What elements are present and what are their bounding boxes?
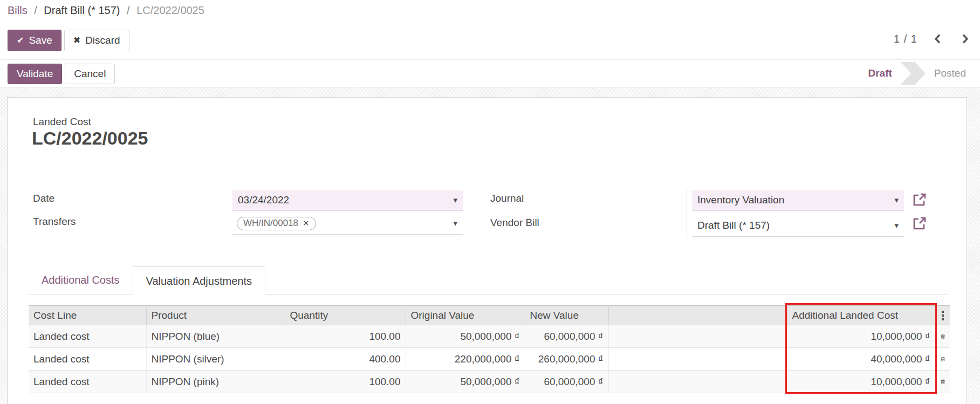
delete-row-icon[interactable] (941, 353, 945, 365)
table-row[interactable]: Landed cost NIPPON (silver) 400.00 220,0… (29, 348, 950, 371)
sheet-label: Landed Cost (33, 116, 91, 128)
date-label: Date (33, 193, 54, 204)
col-header-product[interactable]: Product (146, 306, 285, 325)
transfers-label: Transfers (33, 216, 76, 228)
divider (0, 59, 980, 60)
discard-label: Discard (85, 35, 120, 46)
valuation-adjustments-table: Cost Line Product Quantity Original Valu… (29, 305, 950, 393)
col-header-empty (608, 306, 787, 325)
journal-external-link-icon[interactable] (912, 193, 927, 207)
col-header-original-value[interactable]: Original Value (406, 306, 525, 325)
stage-posted[interactable]: Posted (927, 67, 974, 79)
breadcrumb-current: LC/2022/0025 (136, 4, 204, 16)
cell-quantity[interactable]: 100.00 (285, 325, 406, 348)
cancel-label: Cancel (74, 68, 106, 80)
table-row[interactable]: Landed cost NIPPON (pink) 100.00 50,000,… (29, 371, 950, 393)
delete-row-icon[interactable] (941, 376, 945, 387)
table-header-row: Cost Line Product Quantity Original Valu… (29, 306, 950, 325)
vendor-bill-value: Draft Bill (* 157) (692, 220, 894, 231)
statusbar: Draft Posted (861, 61, 974, 85)
pager-previous-icon[interactable] (930, 31, 945, 46)
validate-button[interactable]: Validate (8, 64, 62, 84)
cell-cost-line[interactable]: Landed cost (29, 371, 146, 393)
vendor-bill-label: Vendor Bill (490, 217, 539, 229)
vendor-bill-field[interactable]: Draft Bill (* 157) ▾ (692, 214, 904, 237)
tag-remove-icon[interactable]: ✕ (303, 218, 310, 228)
journal-field[interactable]: Inventory Valuation ▾ (692, 190, 904, 210)
stage-draft[interactable]: Draft (861, 67, 900, 79)
breadcrumb: Bills / Draft Bill (* 157) / LC/2022/002… (8, 4, 204, 17)
discard-button[interactable]: ✖ Discard (64, 30, 129, 51)
cell-quantity[interactable]: 100.00 (285, 371, 406, 393)
pager-count: 1 / 1 (894, 33, 917, 45)
notebook-tabs: Additional Costs Valuation Adjustments (29, 266, 948, 295)
tab-valuation-adjustments[interactable]: Valuation Adjustments (133, 266, 265, 295)
col-header-cost-line[interactable]: Cost Line (29, 306, 146, 325)
delete-row-icon[interactable] (941, 331, 945, 342)
chevron-down-icon[interactable]: ▾ (894, 195, 904, 205)
chevron-down-icon[interactable]: ▾ (453, 218, 463, 228)
breadcrumb-separator: / (127, 4, 130, 16)
cell-original-value[interactable]: 50,000,000 ₫ (406, 371, 525, 393)
tab-additional-costs[interactable]: Additional Costs (29, 266, 133, 294)
vendor-bill-external-link-icon[interactable] (912, 216, 927, 231)
check-icon: ✔ (17, 36, 24, 45)
cell-cost-line[interactable]: Landed cost (29, 325, 146, 348)
stage-arrow-icon (901, 62, 926, 85)
cell-empty (608, 325, 787, 348)
transfers-field[interactable]: WH/IN/00018 ✕ ▾ (232, 213, 463, 235)
cell-additional-landed-cost[interactable]: 10,000,000 ₫ (787, 325, 935, 348)
col-header-additional-landed-cost[interactable]: Additional Landed Cost (787, 306, 935, 325)
table-row[interactable]: Landed cost NIPPON (blue) 100.00 50,000,… (29, 325, 950, 348)
cancel-button[interactable]: Cancel (65, 64, 115, 84)
save-label: Save (29, 35, 52, 46)
journal-value: Inventory Valuation (692, 194, 894, 206)
workspace-background: Landed Cost LC/2022/0025 Date Transfers … (0, 87, 980, 404)
cell-original-value[interactable]: 50,000,000 ₫ (406, 325, 525, 348)
divider (687, 189, 687, 238)
transfer-tag: WH/IN/00018 ✕ (237, 217, 316, 230)
optional-columns-icon[interactable] (941, 311, 945, 320)
optional-columns-header (935, 306, 950, 325)
cell-additional-landed-cost[interactable]: 40,000,000 ₫ (787, 348, 935, 371)
page-title: LC/2022/0025 (32, 128, 148, 149)
breadcrumb-draft-bill[interactable]: Draft Bill (* 157) (44, 4, 120, 16)
cell-product[interactable]: NIPPON (blue) (146, 325, 285, 348)
state-actions-row: Validate Cancel (8, 64, 115, 84)
cell-new-value[interactable]: 60,000,000 ₫ (525, 371, 608, 393)
pager-next-icon[interactable] (958, 31, 972, 46)
date-value: 03/24/2022 (232, 194, 453, 206)
cell-additional-landed-cost[interactable]: 10,000,000 ₫ (787, 371, 935, 393)
save-button[interactable]: ✔ Save (8, 30, 61, 51)
col-header-new-value[interactable]: New Value (525, 306, 608, 325)
chevron-down-icon[interactable]: ▾ (894, 221, 904, 230)
date-field[interactable]: 03/24/2022 ▾ (232, 190, 463, 210)
cell-quantity[interactable]: 400.00 (285, 348, 406, 371)
cell-new-value[interactable]: 60,000,000 ₫ (525, 325, 608, 348)
cell-product[interactable]: NIPPON (silver) (146, 348, 285, 371)
col-header-quantity[interactable]: Quantity (285, 306, 406, 325)
x-icon: ✖ (73, 36, 80, 45)
breadcrumb-bills[interactable]: Bills (8, 4, 28, 16)
edit-actions-row: ✔ Save ✖ Discard (8, 30, 129, 51)
cell-new-value[interactable]: 260,000,000 ₫ (525, 348, 608, 371)
cell-empty (608, 348, 787, 371)
transfer-tag-label: WH/IN/00018 (243, 218, 298, 229)
validate-label: Validate (17, 68, 53, 80)
cell-cost-line[interactable]: Landed cost (29, 348, 146, 371)
form-sheet: Landed Cost LC/2022/0025 Date Transfers … (7, 97, 967, 404)
divider (230, 189, 230, 237)
breadcrumb-separator: / (34, 4, 37, 16)
landed-cost-page: Bills / Draft Bill (* 157) / LC/2022/002… (0, 0, 980, 404)
top-bar: Bills / Draft Bill (* 157) / LC/2022/002… (0, 0, 980, 87)
chevron-down-icon[interactable]: ▾ (453, 195, 463, 205)
journal-label: Journal (490, 193, 524, 204)
cell-product[interactable]: NIPPON (pink) (146, 371, 285, 393)
cell-empty (608, 371, 787, 393)
cell-original-value[interactable]: 220,000,000 ₫ (406, 348, 525, 371)
record-pager: 1 / 1 (894, 31, 972, 46)
